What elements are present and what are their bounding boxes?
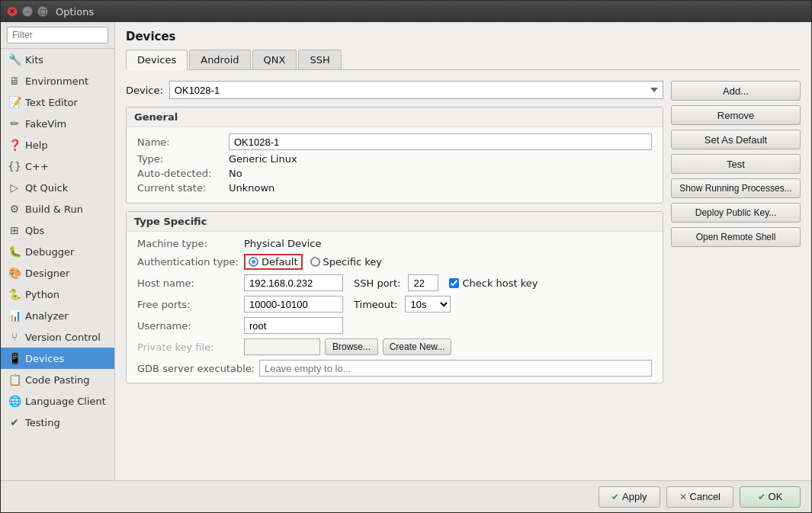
general-section: General Name: Type: Generic Linux [126,107,663,204]
auth-default-radio[interactable] [249,257,258,267]
sidebar-item-testing[interactable]: ✔ Testing [1,412,114,433]
sidebar-item-help[interactable]: ❓ Help [1,134,114,156]
panel-area: Device: OK1028-1 General Name: [115,73,811,480]
analyzer-icon: 📊 [8,309,21,322]
ok-button[interactable]: ✔ OK [740,486,801,508]
build-run-icon: ⚙ [8,203,21,215]
sidebar-item-designer[interactable]: 🎨 Designer [1,262,114,284]
window-title: Options [56,6,94,18]
window-controls: ✕ – □ [7,6,48,17]
sidebar-item-label: Text Editor [25,97,78,108]
username-input[interactable] [244,317,343,334]
sidebar-item-qt-quick[interactable]: ▷ Qt Quick [1,177,114,198]
tab-qnx[interactable]: QNX [252,50,297,69]
browse-button[interactable]: Browse... [325,338,378,355]
remove-button[interactable]: Remove [671,105,801,125]
auth-type-label: Authentication type: [137,256,244,268]
name-label: Name: [137,136,229,148]
close-button[interactable]: ✕ [7,6,18,17]
cpp-icon: {} [8,160,21,172]
sidebar-item-devices[interactable]: 📱 Devices [1,348,114,369]
auth-type-row: Authentication type: Default [137,254,652,270]
name-input[interactable] [229,133,652,150]
sidebar-item-label: Kits [25,54,43,66]
maximize-button[interactable]: □ [37,6,48,17]
free-ports-input[interactable] [244,296,343,313]
auth-default-label: Default [262,256,298,268]
sidebar-item-version-control[interactable]: ⑂ Version Control [1,326,114,348]
auto-detected-row: Auto-detected: No [137,168,652,179]
private-key-input[interactable] [244,338,320,355]
right-panel: Add... Remove Set As Default Test Show R… [671,81,801,473]
host-name-row: Host name: SSH port: Check host key [137,274,652,291]
free-ports-label: Free ports: [137,299,244,310]
test-button[interactable]: Test [671,154,801,174]
auth-specific-radio[interactable] [310,257,320,267]
host-name-input[interactable] [244,274,343,291]
deploy-public-key-button[interactable]: Deploy Public Key... [671,203,801,223]
open-remote-shell-button[interactable]: Open Remote Shell [671,227,801,247]
timeout-label: Timeout: [354,299,397,310]
text-editor-icon: 📝 [8,96,21,108]
ok-label: OK [769,491,783,502]
set-as-default-button[interactable]: Set As Default [671,130,801,149]
sidebar-item-python[interactable]: 🐍 Python [1,284,114,305]
sidebar-item-build-run[interactable]: ⚙ Build & Run [1,198,114,220]
auth-specific-option[interactable]: Specific key [310,256,383,268]
devices-icon: 📱 [8,352,21,364]
minimize-button[interactable]: – [22,6,33,17]
sidebar-item-fakevim[interactable]: ✏ FakeVim [1,113,114,134]
username-row: Username: [137,317,652,334]
sidebar-item-label: Devices [25,353,64,364]
sidebar-item-environment[interactable]: 🖥 Environment [1,70,114,91]
sidebar-item-qbs[interactable]: ⊞ Qbs [1,220,114,241]
sidebar: 🔧 Kits 🖥 Environment 📝 Text Editor ✏ Fak… [1,22,115,480]
sidebar-item-label: Analyzer [25,310,69,322]
sidebar-item-analyzer[interactable]: 📊 Analyzer [1,305,114,326]
tab-ssh[interactable]: SSH [298,50,341,69]
kits-icon: 🔧 [8,53,21,66]
general-section-content: Name: Type: Generic Linux Auto-detected:… [127,127,663,203]
ssh-port-input[interactable] [408,274,438,291]
auth-default-option[interactable]: Default [244,254,303,270]
sidebar-item-label: Build & Run [25,204,83,215]
sidebar-item-debugger[interactable]: 🐛 Debugger [1,241,114,262]
check-host-key-checkbox[interactable] [449,278,459,288]
apply-button[interactable]: ✔ Apply [599,486,660,508]
designer-icon: 🎨 [8,267,21,279]
sidebar-item-language-client[interactable]: 🌐 Language Client [1,390,114,412]
create-new-button[interactable]: Create New... [383,338,451,355]
sidebar-item-label: C++ [25,161,49,172]
cancel-button[interactable]: ✕ Cancel [666,486,733,508]
gdb-server-label: GDB server executable: [137,363,259,374]
tab-android[interactable]: Android [189,50,250,69]
type-label: Type: [137,153,229,165]
sidebar-item-label: Qt Quick [25,182,68,194]
general-section-title: General [127,107,663,127]
sidebar-item-text-editor[interactable]: 📝 Text Editor [1,91,114,113]
code-pasting-icon: 📋 [8,374,21,386]
timeout-select[interactable]: 10s [405,296,451,313]
machine-type-value: Physical Device [244,238,321,249]
show-running-processes-button[interactable]: Show Running Processes... [671,178,801,198]
sidebar-item-code-pasting[interactable]: 📋 Code Pasting [1,369,114,390]
tab-devices[interactable]: Devices [126,50,188,70]
main-content: 🔧 Kits 🖥 Environment 📝 Text Editor ✏ Fak… [1,22,811,480]
tabs-row: Devices Android QNX SSH [126,50,801,70]
type-specific-title: Type Specific [127,212,663,232]
help-icon: ❓ [8,139,21,151]
python-icon: 🐍 [8,288,21,300]
gdb-server-input[interactable] [259,360,652,377]
device-select[interactable]: OK1028-1 [169,81,663,99]
sidebar-item-label: Python [25,289,59,300]
private-key-controls: Browse... Create New... [244,338,451,355]
content-area: Devices Devices Android QNX SSH Device: … [115,22,811,480]
sidebar-item-kits[interactable]: 🔧 Kits [1,49,114,70]
apply-label: Apply [622,491,647,502]
sidebar-item-cpp[interactable]: {} C++ [1,156,114,177]
content-header: Devices Devices Android QNX SSH [115,22,811,73]
add-button[interactable]: Add... [671,81,801,101]
sidebar-item-label: Testing [25,417,60,428]
filter-input[interactable] [7,27,108,43]
sidebar-item-label: Debugger [25,246,74,258]
